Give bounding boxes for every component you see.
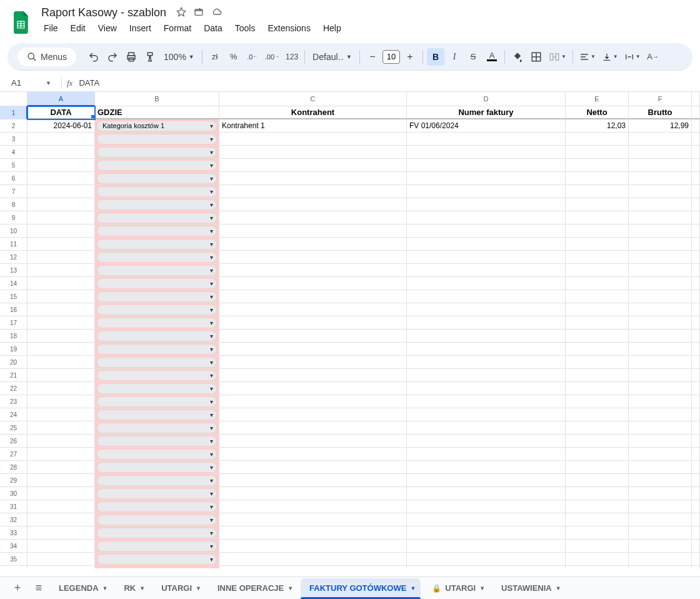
dropdown-chip[interactable] — [98, 318, 216, 328]
column-header-extra[interactable] — [692, 92, 700, 106]
row-header-35[interactable]: 35 — [0, 553, 28, 566]
cell-extra-15[interactable] — [692, 290, 700, 303]
cell-E21[interactable] — [566, 369, 629, 382]
cell-E4[interactable] — [566, 146, 629, 159]
cell-D12[interactable] — [407, 251, 566, 264]
cell-B10[interactable] — [95, 224, 219, 238]
cell-B18[interactable] — [95, 330, 219, 343]
cell-E20[interactable] — [566, 356, 629, 369]
menu-tools[interactable]: Tools — [230, 21, 261, 36]
cell-D33[interactable] — [407, 526, 566, 540]
cell-B4[interactable] — [95, 146, 219, 159]
row-header-4[interactable]: 4 — [0, 146, 28, 159]
move-icon[interactable] — [194, 7, 204, 19]
menu-extensions[interactable]: Extensions — [262, 21, 315, 36]
sheet-tab-0[interactable]: LEGENDA▼ — [50, 578, 112, 598]
more-formats-button[interactable]: 123 — [283, 48, 301, 66]
cell-F8[interactable] — [629, 198, 692, 211]
sheet-menu-arrow[interactable]: ▼ — [479, 585, 485, 591]
dropdown-chip[interactable] — [98, 239, 216, 249]
cell-E18[interactable] — [566, 330, 629, 343]
cell-extra-11[interactable] — [692, 238, 700, 251]
cell-E10[interactable] — [566, 224, 629, 238]
cell-extra-2[interactable] — [692, 119, 700, 133]
row-header-36[interactable]: 36 — [0, 566, 28, 568]
cell-F5[interactable] — [629, 159, 692, 172]
row-header-7[interactable]: 7 — [0, 185, 28, 198]
cell-D31[interactable] — [407, 500, 566, 513]
cell-extra-12[interactable] — [692, 251, 700, 264]
cell-D15[interactable] — [407, 290, 566, 303]
cell-E1[interactable]: Netto — [566, 106, 629, 119]
cell-A30[interactable] — [28, 487, 95, 500]
cell-A12[interactable] — [28, 251, 95, 264]
cell-extra-29[interactable] — [692, 474, 700, 487]
currency-button[interactable]: zł — [206, 48, 224, 66]
column-header-B[interactable]: B — [95, 92, 219, 106]
cell-A11[interactable] — [28, 238, 95, 251]
sheet-tab-5[interactable]: 🔒UTARGI▼ — [423, 578, 490, 598]
cell-F6[interactable] — [629, 172, 692, 185]
dropdown-chip[interactable] — [98, 253, 216, 262]
cell-A9[interactable] — [28, 211, 95, 224]
cell-C30[interactable] — [219, 487, 407, 500]
paint-format-button[interactable] — [141, 48, 159, 66]
cell-E6[interactable] — [566, 172, 629, 185]
redo-button[interactable] — [104, 48, 121, 66]
menu-insert[interactable]: Insert — [124, 21, 156, 36]
sheet-menu-arrow[interactable]: ▼ — [102, 585, 108, 591]
decrease-decimal-button[interactable]: .0← — [244, 48, 261, 66]
sheets-logo[interactable] — [10, 11, 32, 34]
dropdown-chip[interactable] — [98, 213, 216, 223]
add-sheet-button[interactable]: + — [8, 578, 28, 598]
dropdown-chip[interactable] — [98, 528, 216, 538]
cell-F35[interactable] — [629, 553, 692, 566]
cell-B20[interactable] — [95, 356, 219, 369]
cell-extra-27[interactable] — [692, 448, 700, 461]
row-header-30[interactable]: 30 — [0, 487, 28, 500]
text-color-button[interactable]: A — [483, 48, 501, 66]
dropdown-chip[interactable] — [98, 568, 216, 569]
cell-E22[interactable] — [566, 382, 629, 395]
cell-F4[interactable] — [629, 146, 692, 159]
cell-extra-1[interactable] — [692, 106, 700, 119]
cell-E13[interactable] — [566, 264, 629, 277]
dropdown-chip[interactable] — [98, 436, 216, 446]
cell-A31[interactable] — [28, 500, 95, 513]
cell-F10[interactable] — [629, 224, 692, 238]
cell-A26[interactable] — [28, 435, 95, 448]
cell-C28[interactable] — [219, 461, 407, 474]
dropdown-chip[interactable] — [98, 134, 216, 144]
cell-F11[interactable] — [629, 238, 692, 251]
cell-A23[interactable] — [28, 395, 95, 408]
cell-B36[interactable] — [95, 566, 219, 568]
cell-B33[interactable] — [95, 526, 219, 540]
dropdown-chip[interactable] — [98, 331, 216, 341]
cell-extra-30[interactable] — [692, 487, 700, 500]
cell-F24[interactable] — [629, 408, 692, 421]
dropdown-chip[interactable] — [98, 187, 216, 196]
cell-E11[interactable] — [566, 238, 629, 251]
cell-B9[interactable] — [95, 211, 219, 224]
cell-F3[interactable] — [629, 133, 692, 146]
dropdown-chip[interactable] — [98, 279, 216, 288]
cell-B26[interactable] — [95, 435, 219, 448]
cell-C34[interactable] — [219, 540, 407, 553]
cell-extra-4[interactable] — [692, 146, 700, 159]
vertical-align-button[interactable]: ▼ — [599, 48, 621, 66]
print-button[interactable] — [122, 48, 140, 66]
dropdown-chip[interactable] — [98, 345, 216, 354]
cell-extra-24[interactable] — [692, 408, 700, 421]
dropdown-chip[interactable] — [98, 384, 216, 393]
menu-data[interactable]: Data — [199, 21, 228, 36]
menu-help[interactable]: Help — [318, 21, 346, 36]
sheet-tab-3[interactable]: INNE OPERACJE▼ — [209, 578, 298, 598]
row-header-27[interactable]: 27 — [0, 448, 28, 461]
cell-F1[interactable]: Brutto — [629, 106, 692, 119]
cell-E9[interactable] — [566, 211, 629, 224]
cell-C6[interactable] — [219, 172, 407, 185]
cell-A13[interactable] — [28, 264, 95, 277]
cell-B28[interactable] — [95, 461, 219, 474]
bold-button[interactable]: B — [427, 48, 444, 66]
row-header-31[interactable]: 31 — [0, 500, 28, 513]
